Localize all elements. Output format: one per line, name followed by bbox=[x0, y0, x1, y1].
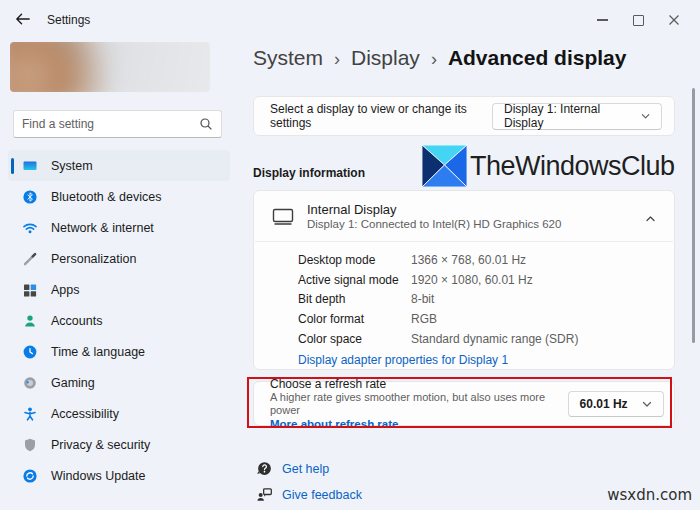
display-info-header[interactable]: Internal Display Display 1: Connected to… bbox=[254, 191, 674, 241]
maximize-icon bbox=[633, 15, 644, 26]
window-title: Settings bbox=[47, 13, 90, 27]
table-row: Desktop mode 1366 × 768, 60.01 Hz bbox=[298, 250, 674, 270]
sidebar-item-label: Gaming bbox=[51, 376, 95, 390]
help-icon bbox=[256, 460, 273, 477]
gaming-icon bbox=[22, 375, 38, 391]
chevron-up-icon[interactable] bbox=[645, 209, 656, 227]
sidebar-item-gaming[interactable]: Gaming bbox=[8, 367, 230, 398]
row-value: 1366 × 768, 60.01 Hz bbox=[411, 253, 526, 267]
sidebar-item-apps[interactable]: Apps bbox=[8, 274, 230, 305]
close-button[interactable] bbox=[656, 0, 692, 40]
refresh-rate-value: 60.01 Hz bbox=[580, 397, 628, 411]
section-title: Display information bbox=[253, 166, 365, 180]
row-label: Color space bbox=[298, 332, 411, 346]
sidebar-item-windows-update[interactable]: Windows Update bbox=[8, 460, 230, 491]
time-language-icon bbox=[22, 344, 38, 360]
windows-update-icon bbox=[22, 468, 38, 484]
site-watermark: wsxdn.com bbox=[607, 486, 692, 504]
more-about-refresh-rate-link[interactable]: More about refresh rate bbox=[270, 417, 568, 431]
privacy-icon bbox=[22, 437, 38, 453]
accessibility-icon bbox=[22, 406, 38, 422]
sidebar-item-network-internet[interactable]: Network & internet bbox=[8, 212, 230, 243]
sidebar-item-label: Accessibility bbox=[51, 407, 119, 421]
display-selector-dropdown[interactable]: Display 1: Internal Display bbox=[492, 103, 662, 130]
search-input[interactable] bbox=[14, 117, 199, 131]
settings-window: Settings bbox=[0, 0, 700, 510]
sidebar-item-label: Personalization bbox=[51, 252, 136, 266]
monitor-icon bbox=[271, 205, 295, 227]
breadcrumb-display[interactable]: Display bbox=[351, 46, 420, 70]
back-arrow-icon bbox=[14, 10, 32, 28]
refresh-rate-title: Choose a refresh rate bbox=[270, 377, 568, 391]
display-selector-card: Select a display to view or change its s… bbox=[253, 96, 675, 136]
search-box[interactable] bbox=[13, 110, 222, 138]
sidebar-item-label: Privacy & security bbox=[51, 438, 150, 452]
sidebar-item-personalization[interactable]: Personalization bbox=[8, 243, 230, 274]
sidebar-item-label: Time & language bbox=[51, 345, 145, 359]
table-row: Active signal mode 1920 × 1080, 60.01 Hz bbox=[298, 270, 674, 290]
minimize-button[interactable] bbox=[584, 0, 620, 40]
display-adapter-properties-link[interactable]: Display adapter properties for Display 1 bbox=[298, 353, 508, 367]
bluetooth-icon bbox=[22, 189, 38, 205]
row-value: 8-bit bbox=[411, 292, 434, 306]
sidebar-item-label: Bluetooth & devices bbox=[51, 190, 162, 204]
close-icon bbox=[668, 14, 680, 26]
chevron-down-icon bbox=[642, 400, 652, 408]
row-label: Active signal mode bbox=[298, 273, 411, 287]
network-icon bbox=[22, 220, 38, 236]
display-information-card: Internal Display Display 1: Connected to… bbox=[253, 190, 675, 370]
table-row: Color format RGB bbox=[298, 309, 674, 329]
row-label: Desktop mode bbox=[298, 253, 411, 267]
user-profile-blurred[interactable] bbox=[10, 42, 210, 92]
minimize-icon bbox=[597, 19, 608, 21]
refresh-rate-description: A higher rate gives smoother motion, but… bbox=[270, 391, 568, 417]
scrollbar[interactable] bbox=[692, 88, 695, 343]
display-subtitle: Display 1: Connected to Intel(R) HD Grap… bbox=[307, 217, 561, 231]
display-info-rows: Desktop mode 1366 × 768, 60.01 Hz Active… bbox=[254, 242, 674, 368]
sidebar-item-time-language[interactable]: Time & language bbox=[8, 336, 230, 367]
sidebar-item-bluetooth-devices[interactable]: Bluetooth & devices bbox=[8, 181, 230, 212]
sidebar-item-label: Accounts bbox=[51, 314, 102, 328]
breadcrumb-separator: › bbox=[334, 49, 340, 70]
get-help-link[interactable]: Get help bbox=[256, 460, 329, 477]
row-value: RGB bbox=[411, 312, 437, 326]
give-feedback-label: Give feedback bbox=[282, 488, 362, 502]
sidebar-item-accessibility[interactable]: Accessibility bbox=[8, 398, 230, 429]
breadcrumb-system[interactable]: System bbox=[253, 46, 323, 70]
apps-icon bbox=[22, 282, 38, 298]
refresh-rate-card: Choose a refresh rate A higher rate give… bbox=[253, 381, 675, 426]
sidebar-item-privacy-security[interactable]: Privacy & security bbox=[8, 429, 230, 460]
row-label: Color format bbox=[298, 312, 411, 326]
sidebar-item-label: Windows Update bbox=[51, 469, 146, 483]
thewindowsclub-watermark: TheWindowsClub bbox=[422, 145, 675, 187]
back-button[interactable] bbox=[14, 10, 34, 30]
selection-indicator bbox=[11, 158, 14, 174]
profile-blur bbox=[10, 42, 210, 92]
table-row: Bit depth 8-bit bbox=[298, 289, 674, 309]
table-row: Color space Standard dynamic range (SDR) bbox=[298, 329, 674, 349]
accounts-icon bbox=[22, 313, 38, 329]
row-label: Bit depth bbox=[298, 292, 411, 306]
maximize-button[interactable] bbox=[620, 0, 656, 40]
get-help-label: Get help bbox=[282, 462, 329, 476]
sidebar-item-system[interactable]: System bbox=[8, 150, 230, 181]
display-name: Internal Display bbox=[307, 202, 561, 217]
give-feedback-link[interactable]: Give feedback bbox=[256, 486, 362, 503]
sidebar-item-label: Network & internet bbox=[51, 221, 154, 235]
row-value: 1920 × 1080, 60.01 Hz bbox=[411, 273, 533, 287]
breadcrumb: System › Display › Advanced display bbox=[253, 46, 626, 70]
sidebar-item-accounts[interactable]: Accounts bbox=[8, 305, 230, 336]
breadcrumb-separator: › bbox=[431, 49, 437, 70]
refresh-rate-dropdown[interactable]: 60.01 Hz bbox=[568, 391, 664, 417]
sidebar-item-label: System bbox=[51, 159, 93, 173]
thewindowsclub-text: TheWindowsClub bbox=[470, 151, 675, 182]
page-title: Advanced display bbox=[448, 46, 627, 70]
search-icon[interactable] bbox=[199, 117, 213, 131]
sidebar-item-label: Apps bbox=[51, 283, 80, 297]
feedback-icon bbox=[256, 486, 273, 503]
thewindowsclub-logo-icon bbox=[422, 145, 467, 187]
display-selector-label: Select a display to view or change its s… bbox=[270, 102, 492, 130]
row-value: Standard dynamic range (SDR) bbox=[411, 332, 578, 346]
system-icon bbox=[22, 158, 38, 174]
titlebar: Settings bbox=[0, 0, 700, 40]
